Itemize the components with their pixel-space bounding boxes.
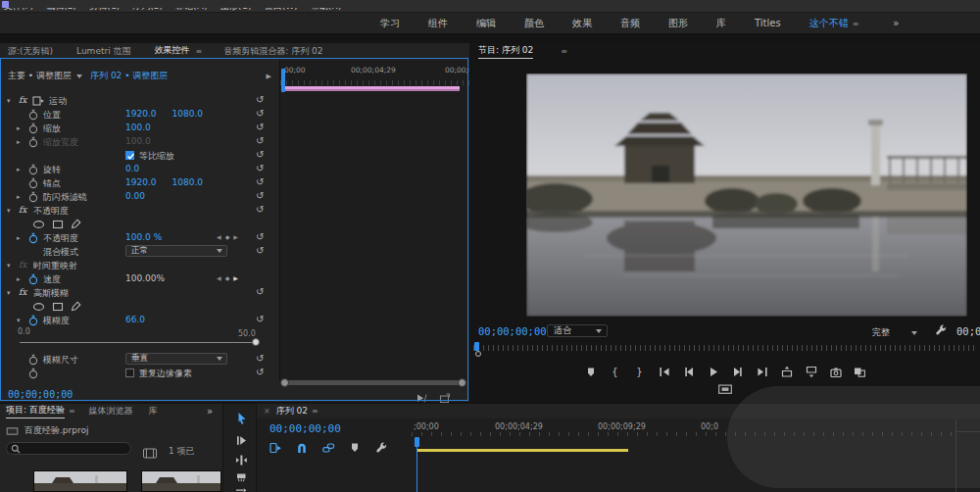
param-label[interactable]: 速度	[43, 273, 61, 286]
stopwatch-icon[interactable]	[28, 123, 38, 136]
twirl-open-icon[interactable]: ▾	[7, 262, 11, 270]
checkbox-unchecked[interactable]	[125, 369, 134, 377]
keyframe-nav-icons[interactable]: ◀◆▶	[217, 274, 242, 281]
param-value[interactable]: 1080.0	[172, 177, 204, 187]
timeline-source-patch-icon[interactable]	[269, 441, 282, 455]
param-label[interactable]: 不透明度	[43, 232, 78, 245]
workspace-tab-效果[interactable]: 效果	[572, 17, 592, 30]
slider-handle[interactable]	[252, 338, 260, 346]
workspace-tab-组件[interactable]: 组件	[428, 17, 448, 30]
search-input[interactable]	[6, 442, 131, 455]
timeline-ruler[interactable]: ;00;0000;00;04;2900;00;09;2900;0	[412, 422, 980, 437]
param-label[interactable]: 旋转	[43, 164, 61, 176]
workspace-menu-icon[interactable]: ≡	[853, 20, 859, 28]
tab-panel-3[interactable]: 音频剪辑混合器: 序列 02	[223, 45, 322, 58]
zoom-handle-right[interactable]	[458, 378, 466, 387]
effect-name-label[interactable]: 运动	[49, 95, 67, 108]
reset-parameter-icon[interactable]: ↺	[256, 94, 264, 105]
reset-parameter-icon[interactable]: ↺	[256, 108, 264, 119]
panel-menu-icon[interactable]: ≡	[196, 47, 203, 56]
sequence-clip-label[interactable]: 序列 02 • 调整图层	[90, 70, 168, 82]
tab-panel-0[interactable]: 源:(无剪辑)	[8, 45, 53, 58]
pen-mask-icon[interactable]	[71, 301, 81, 314]
add-keyframe-icon[interactable]: ◆	[225, 274, 234, 281]
twirl-open-icon[interactable]: ▾	[7, 97, 11, 105]
prev-keyframe-icon[interactable]: ◀	[217, 233, 225, 240]
pen-mask-icon[interactable]	[71, 219, 81, 231]
param-label[interactable]: 混合模式	[43, 246, 78, 259]
checkbox-label[interactable]: 等比缩放	[139, 150, 174, 163]
go-to-in-icon[interactable]	[658, 366, 671, 379]
stopwatch-icon[interactable]	[28, 177, 38, 191]
stopwatch-icon[interactable]	[28, 109, 38, 123]
reset-parameter-icon[interactable]: ↺	[256, 314, 264, 324]
twirl-closed-icon[interactable]: ▸	[17, 124, 21, 132]
tool-ripple-edit-icon[interactable]	[234, 453, 248, 467]
param-value[interactable]: 100.0	[125, 136, 151, 146]
zoom-level-select[interactable]: 适合	[547, 324, 608, 337]
tab-sequence[interactable]: 序列 02	[276, 405, 308, 418]
tool-razor-icon[interactable]	[234, 470, 248, 484]
reset-parameter-icon[interactable]: ↺	[256, 286, 264, 297]
add-marker-icon[interactable]	[584, 366, 598, 379]
timeline-add-marker-gray-icon[interactable]	[348, 441, 362, 455]
param-value[interactable]: 1080.0	[172, 109, 204, 119]
stopwatch-icon[interactable]	[28, 164, 38, 177]
timeline-timecode[interactable]: 00;00;00;00	[270, 422, 341, 435]
close-icon[interactable]: ×	[264, 407, 270, 416]
next-keyframe-icon[interactable]: ▶	[233, 233, 242, 240]
stopwatch-icon[interactable]	[28, 354, 38, 368]
add-keyframe-icon[interactable]: ◆	[225, 233, 234, 240]
reset-parameter-icon[interactable]: ↺	[256, 231, 264, 242]
reset-parameter-icon[interactable]: ↺	[256, 353, 264, 364]
panel-menu-icon[interactable]: ≡	[561, 47, 567, 56]
settings-wrench-icon[interactable]	[935, 324, 947, 338]
reset-parameter-icon[interactable]: ↺	[256, 122, 264, 132]
stopwatch-icon[interactable]	[28, 191, 38, 205]
comparison-view-icon[interactable]	[854, 366, 867, 379]
slider-track[interactable]	[20, 342, 258, 343]
go-to-out-icon[interactable]	[756, 366, 769, 379]
twirl-closed-icon[interactable]: ▸	[17, 193, 21, 201]
play-icon[interactable]	[707, 366, 720, 379]
tab-project-2[interactable]: 库	[149, 405, 158, 418]
tab-project-0[interactable]: 项目: 百度经验	[6, 404, 65, 418]
param-label[interactable]: 锚点	[43, 177, 61, 190]
workspace-tab-编辑[interactable]: 编辑	[476, 17, 496, 30]
next-keyframe-icon[interactable]: ▶	[233, 274, 242, 281]
effect-timeline-ruler[interactable]: 00;0000;00;04;2900;00;0	[280, 66, 469, 79]
effect-name-label[interactable]: 时间重映射	[33, 260, 77, 272]
param-value[interactable]: 100.0 %	[125, 232, 162, 242]
safe-margins-icon[interactable]	[718, 382, 732, 396]
stopwatch-icon-active[interactable]	[28, 315, 38, 328]
param-value[interactable]: 66.0	[125, 315, 145, 324]
reset-parameter-icon[interactable]: ↺	[256, 204, 264, 215]
rect-mask-icon[interactable]	[52, 302, 64, 314]
workspace-overflow-icon[interactable]: »	[893, 18, 899, 28]
program-playhead-handle[interactable]	[475, 351, 481, 357]
ellipse-mask-icon[interactable]	[32, 302, 45, 314]
checkbox-checked[interactable]	[125, 151, 134, 160]
timeline-settings-wrench-icon[interactable]	[374, 441, 388, 455]
project-item-thumbnail[interactable]	[33, 470, 127, 492]
workspace-tab-音频[interactable]: 音频	[620, 17, 640, 30]
effect-timecode[interactable]: 00;00;00;00	[8, 389, 73, 400]
param-label[interactable]: 模糊度	[43, 315, 70, 327]
timeline-linked-selection-icon[interactable]	[321, 441, 335, 455]
effect-playhead[interactable]	[281, 69, 285, 92]
panel-overflow-icon[interactable]: »	[207, 406, 213, 417]
reset-parameter-icon[interactable]: ↺	[256, 190, 264, 201]
workspace-tab-颜色[interactable]: 颜色	[524, 17, 544, 30]
workspace-tab-这个不错[interactable]: 这个不错≡	[809, 17, 859, 30]
chevron-down-icon[interactable]	[76, 74, 82, 78]
playback-resolution-select[interactable]: 完整	[872, 326, 917, 339]
prev-keyframe-icon[interactable]: ◀	[217, 274, 225, 281]
tab-panel-1[interactable]: Lumetri 范围	[76, 45, 130, 58]
program-playhead[interactable]	[474, 342, 479, 351]
dropdown-混合模式[interactable]: 正常	[125, 245, 227, 257]
panel-menu-icon[interactable]: ≡	[69, 407, 75, 416]
rect-mask-icon[interactable]	[52, 220, 64, 231]
effect-name-label[interactable]: 高斯模糊	[33, 287, 69, 300]
twirl-open-icon[interactable]: ▾	[7, 289, 11, 297]
param-label[interactable]: 模糊尺寸	[43, 354, 78, 367]
